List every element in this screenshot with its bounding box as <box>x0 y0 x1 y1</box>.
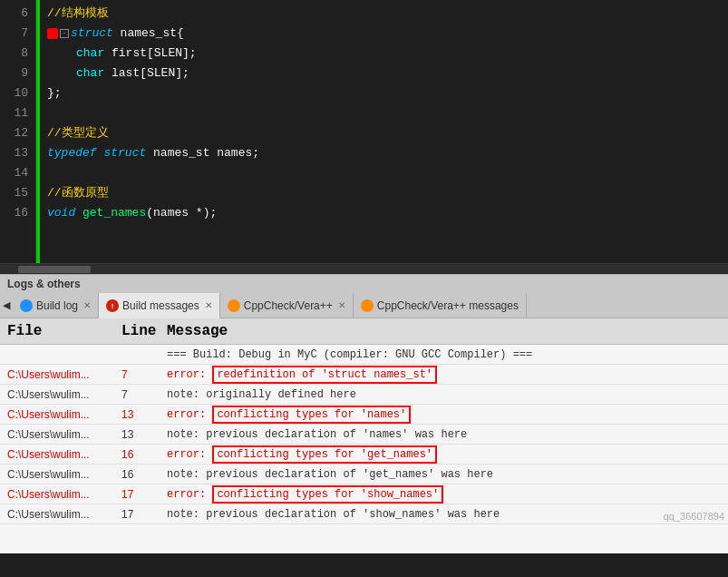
breakpoint-icon[interactable] <box>47 28 58 39</box>
build-log-icon <box>20 299 33 312</box>
keyword-typedef: typedef <box>47 143 103 163</box>
tab-cppcheck-messages[interactable]: CppCheck/Vera++ messages <box>354 293 527 318</box>
code-line: //函数原型 <box>47 183 721 203</box>
table-row[interactable]: C:\Users\wulim... 16 error: conflicting … <box>0 445 728 465</box>
row-line: 13 <box>118 426 163 443</box>
code-line: typedef struct names_st names; <box>47 143 721 163</box>
tab-build-messages-close[interactable]: ✕ <box>205 300 212 310</box>
svg-marker-4 <box>364 302 371 309</box>
table-row[interactable]: C:\Users\wulim... 17 note: previous decl… <box>0 504 728 524</box>
svg-text:!: ! <box>112 302 114 310</box>
row-line <box>118 353 163 357</box>
typedef-decl: names_st names; <box>153 143 259 163</box>
code-line: - struct names_st{ <box>47 24 721 44</box>
col-header-line: Line <box>118 321 163 341</box>
row-file: C:\Users\wulim... <box>0 486 118 503</box>
row-file: C:\Users\wulim... <box>0 406 118 423</box>
table-row[interactable]: C:\Users\wulim... 16 note: previous decl… <box>0 465 728 484</box>
comment-text: //结构模板 <box>47 4 109 24</box>
comment-proto: //函数原型 <box>47 183 109 203</box>
member-last: last[SLEN]; <box>112 64 189 83</box>
row-file: C:\Users\wulim... <box>0 386 118 403</box>
table-header: File Line Message <box>0 318 728 345</box>
func-params: (names *); <box>146 203 217 223</box>
build-messages-icon: ! <box>106 299 119 312</box>
row-line: 16 <box>118 446 163 463</box>
code-content: //结构模板 - struct names_st{ char first[SLE… <box>40 0 728 263</box>
row-message: note: previous declaration of 'get_names… <box>163 466 728 483</box>
func-name: get_names <box>83 203 146 223</box>
tab-build-log-label: Build log <box>36 299 78 312</box>
bottom-panel: Logs & others ◀ Build log ✕ ! Build mess… <box>0 274 728 553</box>
struct-name: names_st{ <box>121 24 184 44</box>
messages-table: === Build: Debug in MyC (compiler: GNU G… <box>0 345 728 553</box>
watermark: qq_36607894 <box>664 511 724 522</box>
error-highlight: conflicting types for 'show_names' <box>212 485 443 504</box>
table-row[interactable]: C:\Users\wulim... 17 error: conflicting … <box>0 484 728 504</box>
cppcheck-icon <box>228 299 240 312</box>
row-line: 17 <box>118 506 163 523</box>
error-highlight: redefinition of 'struct names_st' <box>212 366 437 384</box>
table-row[interactable]: === Build: Debug in MyC (compiler: GNU G… <box>0 345 728 365</box>
tab-cppcheck-messages-label: CppCheck/Vera++ messages <box>377 299 519 312</box>
table-row[interactable]: C:\Users\wulim... 7 error: redefinition … <box>0 365 728 385</box>
error-highlight: conflicting types for 'get_names' <box>212 445 437 464</box>
code-editor: 6 7 8 9 10 11 12 13 14 15 16 //结构模板 - st… <box>0 0 728 263</box>
keyword-struct: struct <box>71 24 121 44</box>
code-line: //类型定义 <box>47 123 721 143</box>
tab-build-messages[interactable]: ! Build messages ✕ <box>99 293 220 318</box>
svg-point-0 <box>22 301 31 310</box>
col-header-message: Message <box>163 321 728 341</box>
logs-bar-label: Logs & others <box>7 278 81 290</box>
row-file <box>0 353 118 357</box>
tab-scroll-left[interactable]: ◀ <box>0 299 13 311</box>
row-file: C:\Users\wulim... <box>0 446 118 463</box>
table-row[interactable]: C:\Users\wulim... 13 note: previous decl… <box>0 425 728 445</box>
code-line: void get_names (names *); <box>47 203 721 223</box>
row-file: C:\Users\wulim... <box>0 466 118 483</box>
row-message: === Build: Debug in MyC (compiler: GNU G… <box>163 347 728 363</box>
table-row[interactable]: C:\Users\wulim... 13 error: conflicting … <box>0 405 728 425</box>
row-line: 17 <box>118 486 163 503</box>
line-numbers: 6 7 8 9 10 11 12 13 14 15 16 <box>0 0 36 263</box>
row-message: note: previous declaration of 'names' wa… <box>163 426 728 443</box>
tab-cppcheck-label: CppCheck/Vera++ <box>244 299 333 312</box>
keyword-void: void <box>47 203 83 223</box>
brace-close: }; <box>47 83 62 103</box>
row-line: 13 <box>118 406 163 423</box>
keyword-char: char <box>76 44 112 64</box>
tab-cppcheck-close[interactable]: ✕ <box>338 300 345 310</box>
row-line: 7 <box>118 367 163 383</box>
row-message: note: previous declaration of 'show_name… <box>163 506 728 523</box>
table-row[interactable]: C:\Users\wulim... 7 note: originally def… <box>0 385 728 405</box>
tab-build-log-close[interactable]: ✕ <box>83 300 91 310</box>
code-line <box>47 103 721 123</box>
comment-typedef: //类型定义 <box>47 123 109 143</box>
row-message: error: conflicting types for 'get_names' <box>163 446 728 463</box>
scrollbar-thumb[interactable] <box>18 266 91 273</box>
svg-marker-3 <box>230 302 238 309</box>
keyword-struct2: struct <box>103 143 153 163</box>
tab-build-log[interactable]: Build log ✕ <box>13 293 99 318</box>
keyword-char2: char <box>76 64 112 83</box>
tab-build-messages-label: Build messages <box>122 299 199 312</box>
logs-bar: Logs & others <box>0 274 728 293</box>
row-message: note: originally defined here <box>163 386 728 403</box>
cppcheck-messages-icon <box>361 299 374 312</box>
tab-cppcheck[interactable]: CppCheck/Vera++ ✕ <box>220 293 354 318</box>
tab-bar: ◀ Build log ✕ ! Build messages ✕ CppChec… <box>0 293 728 318</box>
code-line: //结构模板 <box>47 4 721 24</box>
code-horizontal-scrollbar[interactable] <box>0 263 728 274</box>
col-header-file: File <box>0 321 118 341</box>
row-file: C:\Users\wulim... <box>0 426 118 443</box>
row-message: error: conflicting types for 'names' <box>163 406 728 423</box>
error-highlight: conflicting types for 'names' <box>212 406 411 424</box>
row-message: error: redefinition of 'struct names_st' <box>163 367 728 383</box>
row-line: 16 <box>118 466 163 483</box>
collapse-icon[interactable]: - <box>60 29 69 38</box>
code-line: char last[SLEN]; <box>47 64 721 83</box>
row-file: C:\Users\wulim... <box>0 367 118 383</box>
row-file: C:\Users\wulim... <box>0 506 118 523</box>
code-line: char first[SLEN]; <box>47 44 721 64</box>
code-line: }; <box>47 83 721 103</box>
